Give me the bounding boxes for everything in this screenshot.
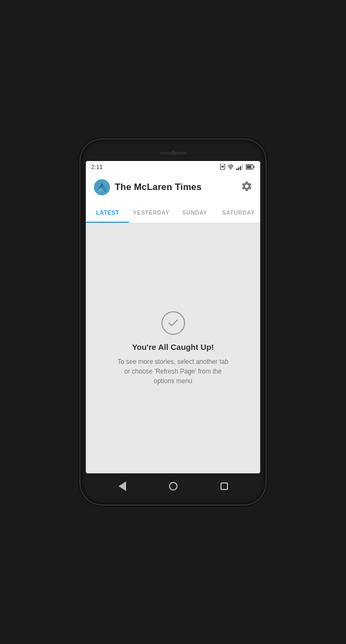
app-header: The McLaren Times xyxy=(86,173,260,202)
status-bar: 2:11 xyxy=(86,161,260,173)
app-logo-icon xyxy=(93,179,111,196)
tab-yesterday[interactable]: YESTERDAY xyxy=(129,202,173,223)
status-time: 2:11 xyxy=(91,164,102,170)
caught-up-title: You're All Caught Up! xyxy=(132,342,214,352)
tab-saturday[interactable]: SATURDAY xyxy=(217,202,260,223)
svg-rect-3 xyxy=(236,169,238,170)
wifi-icon xyxy=(227,164,234,170)
main-content: You're All Caught Up! To see more storie… xyxy=(86,223,260,473)
svg-point-2 xyxy=(230,169,231,170)
nav-recents-button[interactable] xyxy=(218,480,230,492)
svg-rect-1 xyxy=(222,166,224,167)
phone-frame: 2:11 xyxy=(80,140,266,504)
phone-screen: 2:11 xyxy=(86,161,260,473)
svg-rect-4 xyxy=(238,167,240,170)
status-icons xyxy=(220,164,255,170)
tabs-bar: LATEST YESTERDAY SUNDAY SATURDAY xyxy=(86,202,260,223)
battery-icon xyxy=(246,164,255,170)
nav-back-button[interactable] xyxy=(116,480,128,492)
sim-icon xyxy=(220,164,225,170)
app-title: The McLaren Times xyxy=(115,182,202,193)
svg-rect-9 xyxy=(254,166,255,168)
svg-rect-5 xyxy=(240,166,241,170)
signal-icon xyxy=(236,164,244,170)
svg-rect-6 xyxy=(242,164,244,170)
caught-up-description: To see more stories, select another tab … xyxy=(114,357,232,386)
header-logo-area: The McLaren Times xyxy=(93,179,202,196)
settings-button[interactable] xyxy=(241,180,253,195)
phone-bottom-nav xyxy=(86,473,260,497)
nav-home-button[interactable] xyxy=(167,480,179,492)
svg-rect-8 xyxy=(247,166,252,169)
caught-up-icon xyxy=(161,311,185,335)
tab-latest[interactable]: LATEST xyxy=(86,202,129,223)
phone-top xyxy=(86,147,260,159)
camera xyxy=(171,151,175,155)
tab-sunday[interactable]: SUNDAY xyxy=(173,202,217,223)
